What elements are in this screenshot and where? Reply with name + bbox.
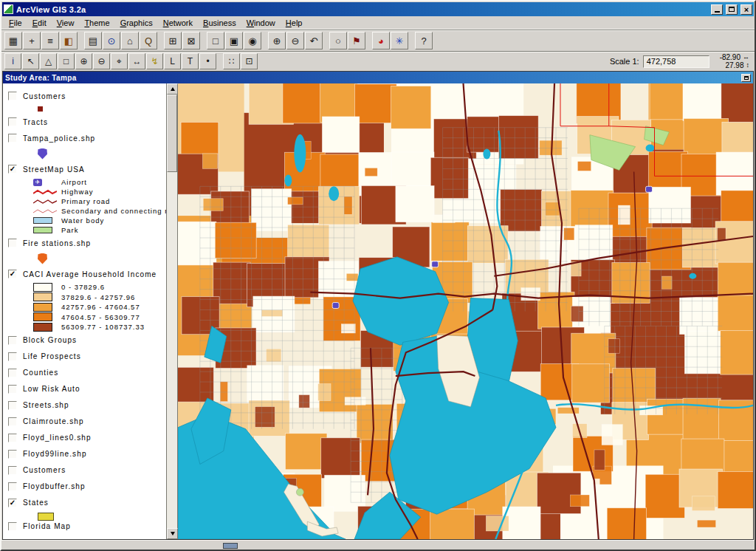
spatial-overlay-button[interactable]: ✳ [391, 32, 408, 49]
layer-checkbox-floyd99line-shp[interactable] [8, 450, 17, 459]
select-by-theme-button[interactable]: ⊞ [164, 32, 182, 49]
menu-edit[interactable]: Edit [27, 17, 52, 29]
scroll-up-button[interactable] [167, 83, 178, 95]
menu-network[interactable]: Network [158, 17, 198, 29]
close-button[interactable]: × [740, 4, 752, 15]
zoom-selected-button[interactable]: ◉ [244, 32, 261, 49]
select-by-graphic-button[interactable]: ⊠ [182, 32, 200, 49]
layer-checkbox-states[interactable]: ✓ [8, 499, 17, 507]
pointer-button[interactable]: ↖ [22, 53, 39, 69]
scale-input[interactable]: 472,758 [643, 55, 709, 68]
layer-label[interactable]: StreetMap USA [23, 165, 85, 174]
layer-label[interactable]: Floyd99line.shp [23, 450, 87, 458]
hot-link-button[interactable]: ↯ [146, 53, 163, 69]
layer-checkbox-life-prospects[interactable] [8, 352, 17, 361]
menu-view[interactable]: View [52, 17, 80, 29]
layer-label[interactable]: Low Risk Auto [23, 385, 80, 393]
menu-graphics[interactable]: Graphics [115, 17, 158, 29]
trace-tool-button[interactable]: ⊡ [241, 53, 258, 69]
map-canvas[interactable] [178, 83, 753, 539]
minimize-button[interactable] [711, 4, 723, 15]
income-class-swatch [33, 323, 52, 332]
zoom-out-button[interactable]: ⊖ [286, 32, 304, 49]
layer-checkbox-florida-map[interactable] [8, 522, 17, 530]
zoom-out-tool-button[interactable]: ⊖ [93, 53, 110, 69]
layer-checkbox-customers[interactable] [8, 466, 17, 475]
open-theme-table-button[interactable]: ▤ [84, 32, 102, 49]
layer-label[interactable]: Floydbuffer.shp [23, 482, 86, 490]
layer-label[interactable]: CACI Average Household Income [23, 270, 157, 278]
find-button[interactable]: ⊙ [103, 32, 120, 49]
layer-checkbox-claimroute-shp[interactable] [8, 417, 17, 426]
layer-checkbox-low-risk-auto[interactable] [8, 385, 17, 394]
menu-business[interactable]: Business [198, 17, 241, 29]
close-icon: × [744, 6, 749, 13]
scroll-down-button[interactable] [167, 528, 178, 539]
layer-checkbox-caci-average-household-income[interactable]: ✓ [8, 270, 17, 278]
snap-tolerance-button[interactable]: ∷ [223, 53, 240, 69]
zoom-active-theme-button[interactable]: ▣ [225, 32, 243, 49]
layer-checkbox-tracts[interactable] [8, 117, 17, 126]
zoom-in-tool-button[interactable]: ⊕ [75, 53, 92, 69]
layer-label[interactable]: Life Prospects [23, 352, 81, 360]
measure-button[interactable]: ↔ [128, 53, 145, 69]
query-builder-button[interactable]: Q [140, 32, 157, 49]
menu-theme[interactable]: Theme [79, 17, 114, 29]
theme-properties-icon: ≡ [47, 36, 53, 46]
layer-label[interactable]: Claimroute.shp [23, 417, 84, 425]
zoom-in-button[interactable]: ⊕ [268, 32, 286, 49]
layer-row-customers: Customers [8, 462, 166, 479]
highway-line-icon [33, 188, 57, 196]
layer-checkbox-tampa-police-shp[interactable] [8, 134, 17, 143]
study-area-title-bar[interactable]: Study Area: Tampa [3, 72, 753, 83]
select-feature-button[interactable]: □ [58, 53, 75, 69]
scrollbar-thumb[interactable] [167, 95, 177, 172]
save-project-button[interactable]: ▦ [4, 32, 22, 49]
identify-button[interactable]: i [4, 53, 21, 69]
toc-scrollbar[interactable] [166, 83, 177, 539]
layer-checkbox-customers[interactable] [8, 92, 17, 100]
layer-label[interactable]: Floyd_lines0.shp [23, 434, 92, 442]
zoom-full-extent-button[interactable]: □ [207, 32, 224, 49]
menu-file[interactable]: File [4, 17, 27, 29]
layer-label[interactable]: States [23, 499, 49, 507]
label-button[interactable]: L [164, 53, 181, 69]
layer-label[interactable]: Streets.shp [23, 401, 69, 409]
help-button[interactable]: ? [415, 32, 433, 49]
pan-button[interactable]: ⌖ [111, 53, 128, 69]
drive-time-icon: ◕ [378, 36, 384, 46]
layer-checkbox-streetmap-usa[interactable]: ✓ [8, 165, 17, 174]
layer-label[interactable]: Block Groups [23, 336, 77, 344]
text-button[interactable]: T [182, 53, 199, 69]
edit-legend-button[interactable]: ◧ [60, 32, 78, 49]
layer-checkbox-streets-shp[interactable] [8, 401, 17, 410]
menu-help[interactable]: Help [281, 17, 308, 29]
arrow-up-icon [171, 87, 175, 91]
layer-label[interactable]: Customers [23, 92, 66, 100]
theme-properties-button[interactable]: ≡ [41, 32, 59, 49]
locate-address-button[interactable]: ⌂ [121, 32, 139, 49]
layer-label[interactable]: Tampa_police.shp [23, 134, 95, 143]
layer-checkbox-floyd-lines0-shp[interactable] [8, 434, 17, 442]
clear-selection-button[interactable]: ○ [329, 32, 347, 49]
layer-checkbox-counties[interactable] [8, 369, 17, 377]
maximize-button[interactable] [726, 4, 738, 15]
status-chip[interactable] [223, 543, 238, 549]
layer-checkbox-floydbuffer-shp[interactable] [8, 482, 17, 491]
layer-label[interactable]: Customers [23, 466, 66, 474]
drive-time-button[interactable]: ◕ [372, 32, 390, 49]
layer-label[interactable]: Counties [23, 369, 58, 377]
add-theme-button[interactable]: + [23, 32, 41, 49]
layer-checkbox-fire-stations-shp[interactable] [8, 239, 17, 247]
layer-checkbox-block-groups[interactable] [8, 336, 17, 345]
layer-label[interactable]: Florida Map [23, 522, 71, 530]
layer-label[interactable]: Tracts [23, 118, 48, 126]
vertex-edit-button[interactable]: △ [40, 53, 57, 69]
network-solve-button[interactable]: ⚑ [348, 32, 365, 49]
zoom-previous-button[interactable]: ↶ [305, 32, 323, 49]
menu-window[interactable]: Window [241, 17, 281, 29]
scrollbar-track[interactable] [167, 95, 177, 528]
study-area-maximize-button[interactable] [741, 74, 751, 82]
layer-label[interactable]: Fire stations.shp [23, 239, 91, 247]
draw-point-button[interactable]: • [199, 53, 216, 69]
